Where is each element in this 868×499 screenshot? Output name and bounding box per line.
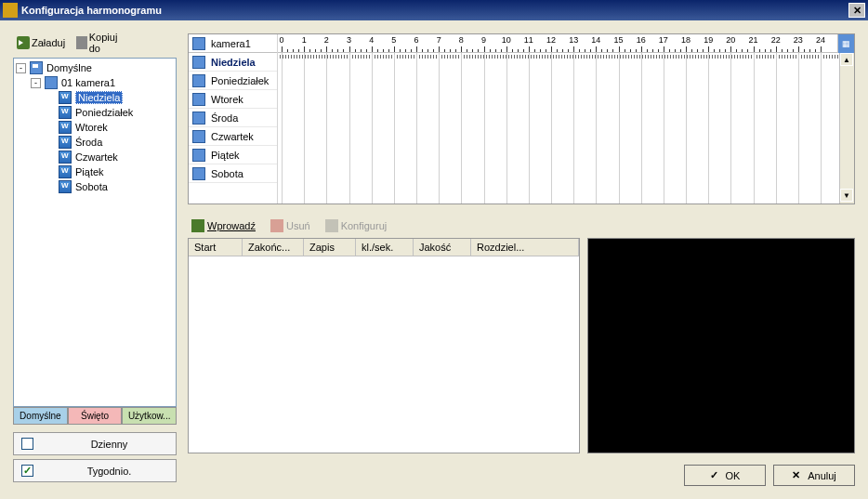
minor-tick (601, 49, 602, 52)
column-header[interactable]: kl./sek. (356, 239, 414, 256)
time-body[interactable] (278, 53, 854, 204)
configure-entry-button: Konfiguruj (322, 217, 391, 234)
day-row[interactable]: Piątek (189, 146, 277, 164)
column-header[interactable]: Zakońc... (243, 239, 304, 256)
cancel-button[interactable]: ✕ Anuluj (773, 465, 855, 486)
tree-root[interactable]: -Domyślne (16, 60, 174, 75)
minor-tick (512, 49, 513, 52)
tree-day-item[interactable]: Czwartek (16, 150, 174, 164)
hour-tick (821, 46, 822, 52)
gridline (619, 53, 620, 204)
tab-user[interactable]: Użytkow... (122, 407, 177, 424)
tab-default[interactable]: Domyślne (13, 407, 68, 424)
tree-camera[interactable]: -01 kamera1 (16, 75, 174, 90)
disabled-icon (136, 36, 149, 49)
minor-tick (630, 49, 631, 52)
hour-tick (326, 46, 327, 52)
hour-label: 11 (524, 35, 533, 45)
schedule-tree[interactable]: -Domyślne-01 kamera1NiedzielaPoniedziałe… (13, 58, 177, 407)
hour-label: 9 (481, 35, 486, 45)
tree-day-label: Środa (75, 137, 102, 148)
day-icon (59, 91, 72, 104)
day-icon (59, 151, 72, 164)
tree-day-item[interactable]: Niedziela (16, 90, 174, 105)
hour-tick (394, 46, 395, 52)
add-entry-button[interactable]: Wprowadź (188, 217, 259, 234)
minor-tick (332, 49, 333, 52)
minor-tick (557, 49, 558, 52)
load-button[interactable]: Załaduj (13, 34, 69, 51)
tree-day-item[interactable]: Poniedziałek (16, 105, 174, 120)
gridline (776, 53, 777, 204)
delete-entry-button: Usuń (267, 217, 314, 234)
minor-tick (343, 49, 344, 52)
column-header[interactable]: Zapis (304, 239, 356, 256)
toolbar-extra-1[interactable] (132, 34, 152, 51)
day-row-label: Sobota (211, 168, 243, 179)
calendar-icon-button[interactable]: ▦ (837, 34, 854, 53)
toolbar-extra-2[interactable] (156, 34, 177, 51)
expand-icon[interactable]: - (16, 63, 26, 73)
tree-day-item[interactable]: Piątek (16, 164, 174, 179)
computer-icon (30, 61, 43, 74)
weekly-mode-button[interactable]: Tygodnio. (13, 459, 177, 482)
gridline (416, 53, 417, 204)
minor-tick (759, 49, 760, 52)
hour-tick (573, 46, 574, 52)
scroll-up-button[interactable]: ▲ (840, 53, 853, 66)
hour-label: 3 (347, 35, 351, 45)
day-icon (192, 167, 205, 180)
hour-tick (484, 46, 485, 52)
day-row[interactable]: Wtorek (189, 90, 277, 109)
day-icon (59, 121, 72, 134)
minor-tick (809, 49, 810, 52)
hour-label: 22 (771, 35, 781, 45)
profile-tabs: Domyślne Święto Użytkow... (13, 407, 177, 425)
tab-holiday[interactable]: Święto (68, 407, 123, 424)
minor-tick (652, 49, 653, 52)
hour-tick (551, 46, 552, 52)
hour-tick (641, 46, 642, 52)
disabled-icon (160, 36, 173, 49)
hour-tick (439, 46, 440, 52)
gridline (484, 53, 485, 204)
copy-to-button[interactable]: Kopiuj do (72, 30, 128, 56)
configure-label: Konfiguruj (341, 220, 388, 231)
tree-day-item[interactable]: Wtorek (16, 120, 174, 135)
minor-tick (714, 49, 715, 52)
minor-tick (427, 49, 428, 52)
weekly-checkbox[interactable] (21, 465, 33, 477)
column-header[interactable]: Rozdziel... (471, 239, 579, 256)
tree-day-item[interactable]: Środa (16, 135, 174, 150)
vertical-scrollbar[interactable]: ▲ ▼ (839, 53, 854, 204)
day-row[interactable]: Niedziela (189, 53, 277, 72)
day-column-header[interactable]: kamera1 (189, 34, 277, 53)
close-button[interactable]: ✕ (848, 3, 865, 18)
ok-button[interactable]: ✓ OK (684, 465, 766, 486)
gridline (754, 53, 755, 204)
table-body[interactable] (189, 256, 579, 453)
day-row[interactable]: Środa (189, 109, 277, 127)
daily-mode-button[interactable]: Dzienny (13, 432, 177, 455)
column-header[interactable]: Jakość (414, 239, 471, 256)
day-row[interactable]: Sobota (189, 164, 277, 183)
minor-tick (625, 49, 625, 52)
scroll-down-button[interactable]: ▼ (840, 189, 853, 202)
minor-tick (433, 49, 434, 52)
hour-label: 17 (659, 35, 668, 45)
column-header[interactable]: Start (189, 239, 243, 256)
minor-tick (523, 49, 524, 52)
day-row[interactable]: Czwartek (189, 127, 277, 146)
minor-tick (647, 49, 648, 52)
hour-label: 20 (726, 35, 735, 45)
weekly-label: Tygodnio. (50, 466, 168, 477)
minor-tick (747, 49, 748, 52)
hour-tick (416, 46, 417, 52)
tree-day-item[interactable]: Sobota (16, 179, 174, 194)
day-row[interactable]: Poniedziałek (189, 72, 277, 90)
daily-checkbox[interactable] (21, 438, 33, 450)
minor-tick (366, 49, 367, 52)
expand-icon[interactable]: - (31, 78, 41, 88)
minor-tick (742, 49, 743, 52)
time-ruler: 0123456789101112131415161718192021222324 (278, 34, 854, 53)
